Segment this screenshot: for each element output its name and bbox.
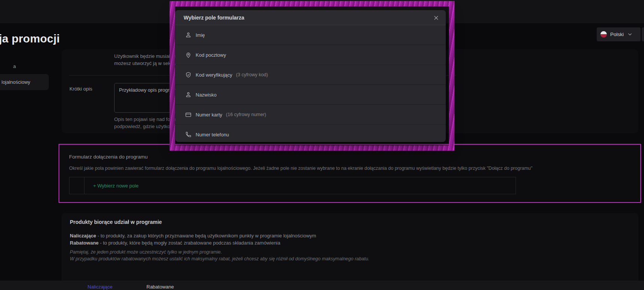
join-form-description: Określ jakie pola powinien zawierać form…: [69, 166, 532, 171]
edge-partial-button[interactable]: [642, 27, 644, 41]
products-note-1: Pamiętaj, że jeden produkt może uczestni…: [70, 249, 222, 255]
modal-item-first-name[interactable]: Imię: [175, 25, 446, 45]
join-form-title: Formularz dołączenia do programu: [69, 154, 148, 160]
modal-title: Wybierz pole formularza: [184, 15, 244, 21]
form-fields-table-row: + Wybierz nowe pole: [69, 177, 516, 194]
sidebar-item-partial[interactable]: a: [13, 63, 16, 69]
products-note-2: W przypadku produktów rabatowanych możes…: [70, 256, 370, 261]
modal-item-verification-code[interactable]: Kod weryfikujący (3 cyfrowy kod): [175, 65, 446, 85]
sidebar-item-loyalty-program[interactable]: lojalnościowy: [0, 74, 49, 90]
modal-item-phone-number[interactable]: Numer telefonu: [175, 125, 446, 144]
credit-card-icon: [185, 112, 192, 118]
tab-discounted[interactable]: Rabatowane: [146, 284, 174, 290]
page-title: ja promocji: [0, 32, 60, 45]
close-icon[interactable]: [431, 13, 440, 22]
map-pin-icon: [185, 52, 192, 58]
add-field-button[interactable]: + Wybierz nowe pole: [93, 183, 139, 189]
sidebar-item-label: lojalnościowy: [2, 79, 30, 85]
table-empty-cell: [69, 177, 84, 194]
discounted-definition: Rabatowane - to produkty, które będą mog…: [70, 240, 281, 246]
modal-header: Wybierz pole formularza: [175, 10, 446, 25]
poland-flag-icon: [600, 31, 607, 38]
modal-item-postal-code[interactable]: Kod pocztowy: [175, 45, 446, 65]
shield-check-icon: [185, 72, 192, 78]
products-section-card: Produkty biorące udział w programie Nali…: [62, 213, 638, 290]
modal-item-card-number[interactable]: Numer karty (16 cyfrowy numer): [175, 105, 446, 125]
short-description-help2: podpowiedź, gdzie użytkowni: [114, 124, 177, 129]
short-description-label: Krótki opis: [69, 86, 92, 92]
phone-icon: [185, 131, 192, 138]
language-label: Polski: [610, 32, 624, 37]
language-selector[interactable]: Polski: [597, 27, 641, 41]
acceptance-help-line2: możesz utworzyć ją w sekcM: [114, 60, 177, 66]
person-icon: [185, 32, 192, 38]
modal-item-last-name[interactable]: Nazwisko: [175, 85, 446, 105]
join-form-section-annotated: Formularz dołączenia do programu Określ …: [59, 144, 641, 203]
person-icon: [185, 92, 192, 98]
tab-accruing[interactable]: Naliczające: [87, 284, 112, 290]
products-section-title: Produkty biorące udział w programie: [70, 219, 162, 225]
accruing-definition: Naliczające - to produkty, za zakup któr…: [70, 233, 316, 239]
products-tab-bar: Naliczające Rabatowane: [0, 281, 644, 290]
chevron-down-icon: [627, 32, 633, 37]
choose-form-field-modal: Wybierz pole formularza Imię Kod pocztow…: [175, 10, 446, 142]
